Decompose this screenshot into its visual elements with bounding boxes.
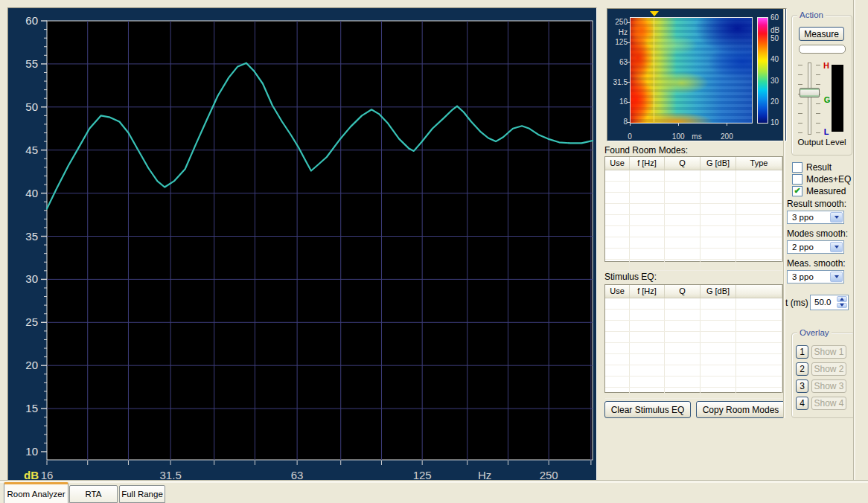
table-cell [630,249,665,259]
output-level-meter [832,65,843,132]
table-cell [701,321,736,331]
checkbox-measured[interactable]: ✔ [792,186,802,196]
table-cell [605,310,630,320]
stimulus-eq-table[interactable]: Usef [Hz]QG [dB] [604,284,783,393]
spectro-y-tick-label: 63 [607,58,628,66]
column-header-type[interactable]: Type [736,157,782,170]
chevron-down-icon[interactable] [830,272,843,282]
time-ms-label: t (ms) [785,298,808,308]
column-header-q[interactable]: Q [665,285,701,298]
action-title: Action [797,10,826,19]
time-ms-spinner[interactable]: 50.0 [810,295,849,310]
table-cell [736,182,782,192]
checkbox-label: Modes+EQ [806,174,851,185]
spin-up-icon[interactable] [837,296,847,302]
table-row [605,388,782,399]
meter-high-label: H [822,61,831,70]
dropdown-value: 3 ppo [788,211,829,223]
table-cell [736,204,782,214]
show-3-button: Show 3 [811,379,846,393]
y-tick-label: 55 [25,57,38,70]
table-cell [701,260,736,270]
table-cell [665,226,701,237]
measure-button[interactable]: Measure [799,27,844,41]
table-cell [736,237,782,248]
overlay-1-button[interactable]: 1 [796,345,808,359]
overlay-2-button[interactable]: 2 [796,362,808,376]
checkbox-label: Measured [806,186,846,196]
action-groupbox: Action Measure H G L Output Level [791,15,852,156]
tab-room-analyzer[interactable]: Room Analyzer [4,482,68,503]
dropdown-value: 3 ppo [788,271,829,283]
table-cell [630,170,665,181]
y-tick-label: 10 [25,445,38,458]
time-cursor-handle-icon[interactable] [650,11,659,16]
column-header-g-db[interactable]: G [dB] [701,157,736,170]
spectro-x-tick [630,123,631,126]
table-cell [736,193,782,203]
copy-room-modes-button[interactable]: Copy Room Modes [696,401,785,418]
table-row [605,237,782,249]
table-row [605,260,782,271]
table-body[interactable] [605,298,782,399]
checkbox-modes-eq[interactable] [792,174,802,185]
table-cell [605,204,630,214]
spin-down-icon[interactable] [837,303,847,309]
tab-rta[interactable]: RTA [69,485,118,503]
spectro-y-tick [627,62,630,63]
table-cell [665,204,701,214]
overlay-4-button[interactable]: 4 [796,397,808,410]
column-header-blank[interactable] [736,285,782,298]
table-cell [605,260,630,270]
divider [783,9,785,418]
column-header-f-hz[interactable]: f [Hz] [630,285,665,298]
table-cell [736,332,782,342]
room-modes-table[interactable]: Usef [Hz]QG [dB]Type [604,156,783,262]
table-row [605,310,782,321]
table-cell [701,215,736,225]
table-cell [665,310,701,320]
spectro-x-tick [727,123,727,126]
table-cell [605,215,630,225]
column-header-use[interactable]: Use [605,285,630,298]
spectro-x-tick [678,123,679,126]
room-analyzer-window: 60555045403530252015101631.563125Hz250dB… [0,0,868,503]
table-cell [630,204,665,214]
output-level-label: Output Level [792,138,852,147]
checkbox-result[interactable] [792,162,802,173]
overlay-3-button[interactable]: 3 [796,379,808,393]
table-row [605,298,782,310]
table-cell [605,249,630,259]
clear-stimulus-eq-button[interactable]: Clear Stimulus EQ [604,401,691,418]
smooth-label: Modes smooth: [787,228,849,239]
dropdown-result-smooth[interactable]: 3 ppo [787,211,844,224]
column-header-q[interactable]: Q [665,157,701,170]
dropdown-meas-smooth[interactable]: 3 ppo [787,270,844,283]
table-cell [701,237,736,248]
dropdown-modes-smooth[interactable]: 2 ppo [787,240,844,254]
spectro-y-tick [627,102,630,103]
spectro-x-tick-label: 200 [718,132,735,141]
chevron-down-icon[interactable] [830,212,843,222]
output-level-slider[interactable] [808,63,811,135]
table-cell [630,343,665,353]
spectro-y-tick [627,82,630,83]
spectrogram-image [630,17,753,124]
table-cell [701,298,736,309]
table-cell [736,226,782,237]
divider [0,480,868,483]
table-row [605,215,782,226]
tab-full-range[interactable]: Full Range [119,485,165,503]
table-cell [665,182,701,192]
table-cell [665,215,701,225]
column-header-use[interactable]: Use [605,157,630,170]
table-body[interactable] [605,170,782,271]
table-cell [630,354,665,365]
chevron-down-icon[interactable] [830,242,843,252]
y-tick-label: 35 [25,230,38,243]
output-level-slider-handle[interactable] [800,88,820,97]
column-header-g-db[interactable]: G [dB] [701,285,736,298]
spectrogram-colorbar [757,17,768,124]
y-tick-label: 25 [25,315,38,328]
column-header-f-hz[interactable]: f [Hz] [630,157,665,170]
